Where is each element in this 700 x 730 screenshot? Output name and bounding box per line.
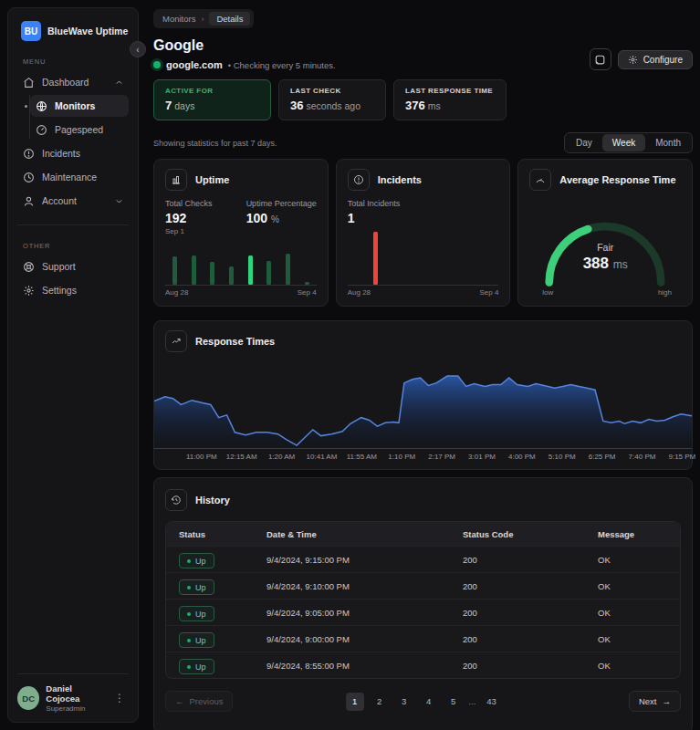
pause-monitor-button[interactable] — [590, 48, 611, 70]
up-dot-icon — [187, 586, 191, 589]
stat-unit: ms — [428, 100, 441, 111]
sidebar-item-label: Pagespeed — [55, 124, 123, 135]
breadcrumb-details[interactable]: Details — [209, 12, 250, 26]
cell-status-code: 200 — [463, 581, 598, 591]
monitor-host: google.com — [166, 59, 223, 70]
chart-bar — [172, 256, 177, 286]
cell-message: OK — [598, 634, 667, 644]
main-content: Monitors › Details Google google.com • C… — [146, 0, 700, 730]
x-axis-end: Sep 4 — [479, 288, 498, 297]
column-header-status: Status — [179, 529, 266, 539]
up-dot-icon — [187, 612, 191, 616]
sidebar-item-monitors[interactable]: Monitors — [30, 95, 129, 117]
cell-message: OK — [598, 555, 667, 565]
cell-status-code: 200 — [463, 555, 598, 565]
total-checks-label: Total Checks — [165, 199, 213, 208]
stat-label: LAST CHECK — [290, 87, 374, 95]
x-axis-label: 9:15 PM — [668, 453, 695, 461]
cell-datetime: 9/4/2024, 9:15:00 PM — [266, 555, 463, 565]
checking-note: • Checking every 5 minutes. — [228, 60, 336, 70]
sidebar-item-incidents[interactable]: Incidents — [17, 142, 129, 164]
user-profile: DC Daniel Cojocea Superadmin ⋮ — [17, 673, 129, 713]
x-axis-label: 1:20 AM — [268, 453, 295, 461]
alert-circle-icon — [348, 169, 370, 191]
cell-message: OK — [598, 661, 667, 671]
pagination: ← Previous 1 2 3 4 5 ... 43 Next → — [165, 691, 681, 712]
page-title: Google — [153, 37, 336, 54]
sidebar-item-dashboard[interactable]: Dashboard — [17, 71, 129, 93]
table-row[interactable]: Up 9/4/2024, 9:05:00 PM 200 OK — [166, 599, 680, 625]
configure-button[interactable]: Configure — [618, 50, 693, 69]
cell-message: OK — [598, 581, 667, 591]
arrow-left-icon: ← — [175, 696, 184, 706]
card-title: Uptime — [195, 174, 229, 185]
range-day-button[interactable]: Day — [566, 134, 602, 151]
sidebar-item-settings[interactable]: Settings — [17, 279, 129, 301]
menu-section-label: MENU — [23, 57, 129, 66]
title-block: Google google.com • Checking every 5 min… — [153, 37, 336, 70]
page-number-43[interactable]: 43 — [482, 693, 500, 711]
x-axis-label: 6:25 PM — [589, 453, 616, 461]
app-root: BU BlueWave Uptime ‹ MENU Dashboard Moni… — [0, 0, 700, 730]
page-number-5[interactable]: 5 — [444, 693, 463, 711]
x-axis-label: 11:00 PM — [186, 453, 217, 461]
page-number-2[interactable]: 2 — [371, 693, 389, 711]
history-table: Status Date & Time Status Code Message U… — [165, 521, 681, 679]
sidebar-item-account[interactable]: Account — [17, 190, 129, 212]
next-page-button[interactable]: Next → — [629, 691, 681, 712]
range-week-button[interactable]: Week — [602, 134, 645, 151]
dashboard-subtree: Monitors Pagespeed — [17, 95, 129, 142]
cell-datetime: 9/4/2024, 9:05:00 PM — [266, 608, 463, 618]
table-row[interactable]: Up 9/4/2024, 9:15:00 PM 200 OK — [166, 546, 680, 572]
table-row[interactable]: Up 9/4/2024, 9:00:00 PM 200 OK — [166, 625, 680, 652]
status-dot — [153, 61, 161, 68]
last-response-time-card: LAST RESPONSE TIME 376ms — [393, 79, 507, 120]
sidebar-item-label: Dashboard — [42, 77, 108, 88]
incidents-card: Incidents Total Incidents 1 Aug 28 Sep 4 — [336, 159, 511, 307]
page-number-1[interactable]: 1 — [346, 693, 364, 711]
chart-bar — [305, 282, 309, 285]
stat-cards-row: ACTIVE FOR 7days LAST CHECK 36seconds ag… — [153, 79, 693, 120]
chevron-up-icon — [115, 78, 123, 87]
user-icon — [23, 195, 35, 207]
uptime-percentage-value: 100 — [246, 211, 267, 225]
range-toggle: Day Week Month — [564, 132, 693, 153]
clock-icon — [23, 172, 35, 183]
sidebar-item-maintenance[interactable]: Maintenance — [17, 166, 129, 188]
sidebar-item-support[interactable]: Support — [17, 256, 129, 277]
sidebar-item-label: Incidents — [42, 148, 123, 159]
avatar: DC — [17, 686, 39, 710]
stats-note-row: Showing statistics for past 7 days. Day … — [153, 132, 693, 153]
sidebar-item-pagespeed[interactable]: Pagespeed — [30, 119, 129, 141]
table-row[interactable]: Up 9/4/2024, 8:55:00 PM 200 OK — [166, 652, 680, 678]
uptime-bar-chart — [165, 239, 317, 286]
status-badge: Up — [179, 579, 214, 595]
x-axis-label: 10:41 AM — [307, 453, 338, 461]
x-axis-label: 2:17 PM — [428, 453, 455, 461]
card-title: Response Times — [195, 336, 275, 347]
cell-status-code: 200 — [463, 634, 598, 644]
user-menu-kebab-icon[interactable]: ⋮ — [110, 690, 129, 706]
sidebar-item-label: Settings — [42, 285, 123, 296]
column-header-message: Message — [598, 529, 667, 539]
chart-bar — [229, 266, 234, 285]
stat-value: 7 — [165, 99, 172, 112]
uptime-card: Uptime Total Checks 192 Sep 1 Uptime Per… — [153, 159, 329, 307]
table-row[interactable]: Up 9/4/2024, 9:10:00 PM 200 OK — [166, 572, 680, 599]
breadcrumb-monitors[interactable]: Monitors — [162, 14, 195, 24]
range-month-button[interactable]: Month — [645, 134, 691, 151]
x-axis-label: 3:01 PM — [468, 453, 496, 461]
gauge-low-label: low — [542, 288, 553, 297]
x-axis-label: 7:40 PM — [629, 453, 656, 461]
page-number-4[interactable]: 4 — [420, 693, 438, 711]
sidebar-collapse-button[interactable]: ‹ — [130, 41, 146, 57]
x-axis-label: 1:10 PM — [388, 453, 415, 461]
page-number-3[interactable]: 3 — [395, 693, 413, 711]
speedometer-icon — [36, 124, 47, 136]
response-times-x-axis: 11:00 PM12:15 AM1:20 AM10:41 AM11:55 AM1… — [154, 449, 692, 464]
average-response-time-card: Average Response Time Fair 388 ms low hi… — [517, 159, 693, 307]
history-clock-icon — [165, 489, 187, 511]
user-role: Superadmin — [46, 704, 104, 713]
card-title: Incidents — [378, 174, 422, 185]
previous-page-button[interactable]: ← Previous — [165, 691, 233, 712]
